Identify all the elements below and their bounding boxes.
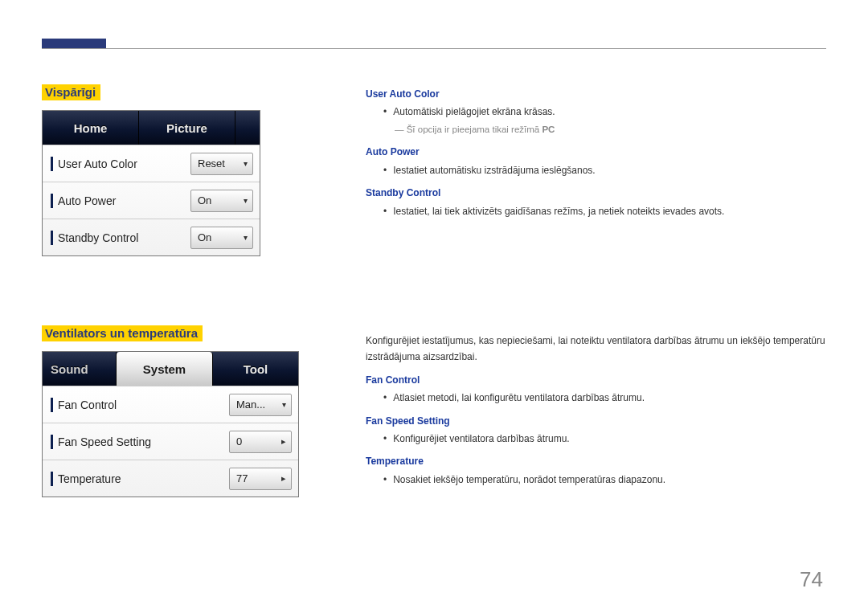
panel-general: Home Picture User Auto Color Reset ▾ Aut… xyxy=(42,110,260,256)
control-value: On xyxy=(198,194,211,206)
right-column-section2: Konfigurējiet iestatījumus, kas nepiecie… xyxy=(366,333,828,488)
term-fan-control: Fan Control xyxy=(366,372,828,388)
tab-system[interactable]: System xyxy=(117,352,213,386)
tab-picture[interactable]: Picture xyxy=(139,111,235,145)
row-fan-speed: Fan Speed Setting 0 ▸ xyxy=(43,423,298,460)
note-bold: PC xyxy=(542,125,555,134)
panel-fan: Sound System Tool Fan Control Man... ▾ F… xyxy=(42,351,299,497)
chevron-right-icon: ▸ xyxy=(281,473,286,484)
dropdown-standby-control[interactable]: On ▾ xyxy=(190,227,253,249)
left-column: Vispārīgi Home Picture User Auto Color R… xyxy=(42,84,307,529)
row-label: Standby Control xyxy=(51,231,190,245)
section2-heading: Ventilators un temperatūra xyxy=(42,325,203,341)
note-pc-only: Šī opcija ir pieejama tikai režīmā PC xyxy=(395,122,828,138)
spinner-fan-speed[interactable]: 0 ▸ xyxy=(229,431,292,453)
bullet-fan-control: Atlasiet metodi, lai konfigurētu ventila… xyxy=(383,390,828,406)
chevron-right-icon: ▸ xyxy=(281,436,286,447)
row-label: Auto Power xyxy=(51,194,190,208)
section1-heading: Vispārīgi xyxy=(42,84,100,100)
control-value: On xyxy=(198,231,211,243)
section2-intro: Konfigurējiet iestatījumus, kas nepiecie… xyxy=(366,333,828,366)
row-user-auto-color: User Auto Color Reset ▾ xyxy=(43,145,260,182)
tabbar-general: Home Picture xyxy=(43,111,260,145)
bullet-text: Nosakiet iekšējo temperatūru, norādot te… xyxy=(393,472,665,488)
term-user-auto-color: User Auto Color xyxy=(366,86,828,102)
term-temperature: Temperature xyxy=(366,453,828,469)
tab-tool[interactable]: Tool xyxy=(213,352,298,386)
row-temperature: Temperature 77 ▸ xyxy=(43,460,298,497)
chevron-down-icon: ▾ xyxy=(244,233,248,242)
bullet-auto-power: Iestatiet automātisku izstrādājuma ieslē… xyxy=(383,162,828,178)
dropdown-fan-control[interactable]: Man... ▾ xyxy=(229,394,292,416)
spinner-temperature[interactable]: 77 ▸ xyxy=(229,468,292,490)
term-auto-power: Auto Power xyxy=(366,144,828,160)
tab-sound[interactable]: Sound xyxy=(43,352,117,386)
header-accent xyxy=(42,39,106,48)
bullet-temperature: Nosakiet iekšējo temperatūru, norādot te… xyxy=(383,472,828,488)
rows-general: User Auto Color Reset ▾ Auto Power On ▾ … xyxy=(43,145,260,255)
row-standby-control: Standby Control On ▾ xyxy=(43,219,260,255)
chevron-down-icon: ▾ xyxy=(282,400,286,409)
note-text: Šī opcija ir pieejama tikai režīmā xyxy=(407,125,542,134)
chevron-down-icon: ▾ xyxy=(244,196,248,205)
rows-fan: Fan Control Man... ▾ Fan Speed Setting 0… xyxy=(43,386,298,497)
row-label: Temperature xyxy=(51,472,229,486)
bullet-text: Automātiski pielāgojiet ekrāna krāsas. xyxy=(393,104,555,120)
row-label: User Auto Color xyxy=(51,157,190,171)
row-fan-control: Fan Control Man... ▾ xyxy=(43,386,298,423)
bullet-text: Konfigurējiet ventilatora darbības ātrum… xyxy=(393,431,569,447)
dropdown-auto-power[interactable]: On ▾ xyxy=(190,190,253,212)
bullet-user-auto-color: Automātiski pielāgojiet ekrāna krāsas. xyxy=(383,104,828,120)
term-fan-speed: Fan Speed Setting xyxy=(366,413,828,429)
control-value: 0 xyxy=(236,435,242,447)
control-value: Man... xyxy=(236,398,265,411)
bullet-text: Iestatiet, lai tiek aktivizēts gaidīšana… xyxy=(393,203,724,219)
control-value: 77 xyxy=(236,472,248,484)
right-column-section1: User Auto Color Automātiski pielāgojiet … xyxy=(366,84,828,219)
row-auto-power: Auto Power On ▾ xyxy=(43,182,260,219)
bullet-standby-control: Iestatiet, lai tiek aktivizēts gaidīšana… xyxy=(383,203,828,219)
bullet-fan-speed: Konfigurējiet ventilatora darbības ātrum… xyxy=(383,431,828,447)
row-label: Fan Control xyxy=(51,398,229,412)
chevron-down-icon: ▾ xyxy=(244,159,248,168)
bullet-text: Iestatiet automātisku izstrādājuma ieslē… xyxy=(393,162,595,178)
bullet-text: Atlasiet metodi, lai konfigurētu ventila… xyxy=(393,390,645,406)
row-label: Fan Speed Setting xyxy=(51,435,229,449)
dropdown-user-auto-color[interactable]: Reset ▾ xyxy=(190,153,253,175)
tab-overflow-right xyxy=(235,111,260,145)
tab-home[interactable]: Home xyxy=(43,111,139,145)
term-standby-control: Standby Control xyxy=(366,185,828,201)
control-value: Reset xyxy=(198,157,225,170)
page-number: 74 xyxy=(800,567,823,592)
tabbar-fan: Sound System Tool xyxy=(43,352,298,386)
header-divider xyxy=(42,48,826,49)
